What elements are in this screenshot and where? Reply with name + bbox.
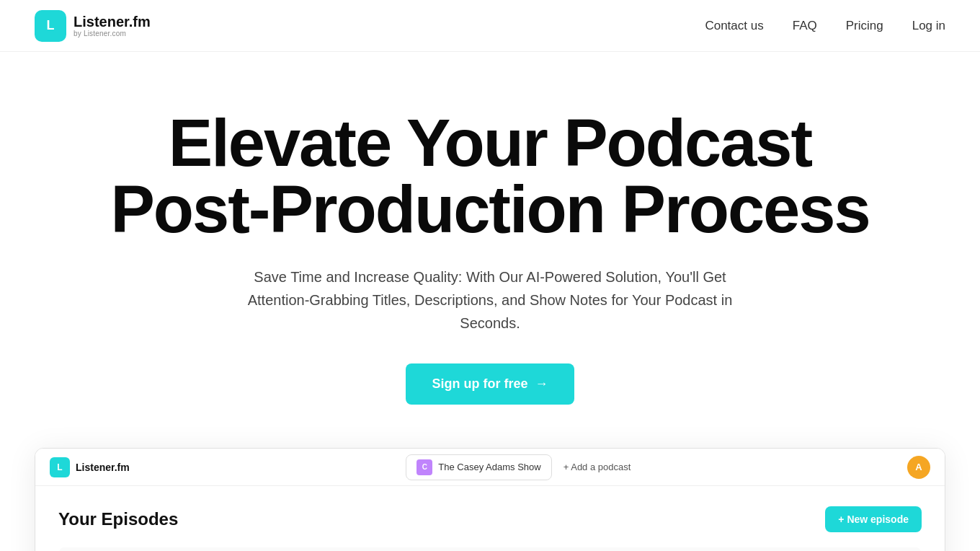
app-content: Your Episodes + New episode Number Name … (35, 486, 945, 551)
app-logo-text: Listener.fm (76, 462, 130, 473)
hero-section: Elevate Your Podcast Post-Production Pro… (0, 52, 980, 448)
app-preview: L Listener.fm C The Casey Adams Show + A… (35, 448, 945, 551)
th-number: Number (90, 547, 143, 552)
table-header-row: Number Name Status Upload date Guests Ac… (59, 547, 922, 552)
logo-main-text: Listener.fm (74, 14, 151, 30)
hero-subtitle: Save Time and Increase Quality: With Our… (223, 265, 757, 335)
app-logo: L Listener.fm (50, 457, 130, 477)
signup-button[interactable]: Sign up for free → (406, 363, 574, 405)
contact-us-link[interactable]: Contact us (705, 19, 763, 32)
user-avatar[interactable]: A (907, 456, 930, 479)
podcast-thumbnail: C (416, 459, 432, 475)
th-checkbox (59, 547, 91, 552)
pricing-link[interactable]: Pricing (846, 19, 883, 32)
nav-links: Contact us FAQ Pricing Log in (705, 19, 945, 33)
new-episode-label: + New episode (838, 513, 909, 525)
episodes-table: Number Name Status Upload date Guests Ac… (58, 547, 922, 551)
nav-item-pricing[interactable]: Pricing (846, 19, 883, 33)
add-podcast-button[interactable]: + Add a podcast (564, 462, 631, 472)
episodes-title: Your Episodes (58, 509, 178, 529)
app-logo-icon: L (50, 457, 70, 477)
faq-link[interactable]: FAQ (793, 19, 817, 32)
th-status: Status (496, 547, 583, 552)
nav-item-faq[interactable]: FAQ (793, 19, 817, 33)
app-navbar: L Listener.fm C The Casey Adams Show + A… (35, 449, 945, 486)
th-guests: Guests (713, 547, 821, 552)
th-upload-date: Upload date (583, 547, 713, 552)
hero-title: Elevate Your Podcast Post-Production Pro… (35, 110, 945, 242)
podcast-name: The Casey Adams Show (438, 462, 540, 472)
new-episode-button[interactable]: + New episode (825, 506, 922, 532)
episodes-header: Your Episodes + New episode (58, 506, 922, 532)
main-nav: L Listener.fm by Listener.com Contact us… (0, 0, 980, 52)
logo-text-block: Listener.fm by Listener.com (74, 14, 151, 38)
podcast-tab[interactable]: C The Casey Adams Show (406, 454, 551, 480)
logo-icon: L (35, 10, 66, 42)
arrow-icon: → (535, 376, 548, 392)
logo[interactable]: L Listener.fm by Listener.com (35, 10, 151, 42)
login-link[interactable]: Log in (912, 19, 945, 32)
logo-sub-text: by Listener.com (74, 30, 151, 38)
cta-label: Sign up for free (432, 376, 527, 392)
nav-item-contact[interactable]: Contact us (705, 19, 763, 33)
th-actions: Actions (821, 547, 922, 552)
add-podcast-label: + Add a podcast (564, 462, 631, 472)
table-head: Number Name Status Upload date Guests Ac… (59, 547, 922, 552)
nav-item-login[interactable]: Log in (912, 19, 945, 33)
th-name: Name (143, 547, 496, 552)
